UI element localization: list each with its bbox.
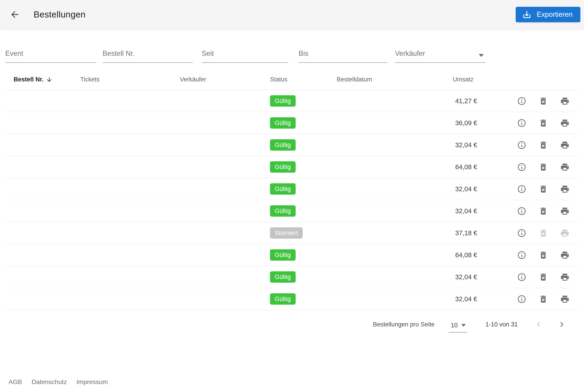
previous-page-button[interactable] <box>532 318 546 331</box>
delete-icon <box>538 250 548 260</box>
print-button[interactable] <box>560 206 570 216</box>
delete-button[interactable] <box>538 162 548 172</box>
column-header-label: Status <box>270 76 288 83</box>
delete-icon <box>538 272 548 282</box>
info-button[interactable] <box>516 140 526 150</box>
back-button[interactable] <box>7 6 23 22</box>
column-header-label: Tickets <box>80 76 100 83</box>
print-button[interactable] <box>560 294 570 304</box>
info-icon <box>517 228 526 238</box>
print-icon <box>560 250 570 260</box>
print-icon <box>560 228 570 238</box>
table-row: Gültig32,04 € <box>5 200 579 222</box>
delete-button[interactable] <box>538 140 548 150</box>
delete-icon <box>538 294 548 304</box>
info-icon <box>517 184 526 194</box>
row-actions <box>477 250 579 260</box>
footer-link-agb[interactable]: AGB <box>8 378 22 386</box>
info-icon <box>517 96 526 106</box>
umsatz-value: 37,18 € <box>436 229 477 237</box>
row-actions <box>477 96 579 106</box>
info-icon <box>517 118 526 128</box>
delete-button[interactable] <box>538 294 548 304</box>
column-header-bestelldatum[interactable]: Bestelldatum <box>337 76 436 83</box>
info-icon <box>517 294 526 304</box>
page-size-value: 10 <box>451 322 458 329</box>
column-header-status[interactable]: Status <box>270 76 337 83</box>
export-button[interactable]: Exportieren <box>516 7 580 22</box>
footer-link-datenschutz[interactable]: Datenschutz <box>32 378 67 386</box>
info-button[interactable] <box>516 272 526 282</box>
info-button[interactable] <box>516 206 526 216</box>
print-button[interactable] <box>560 140 570 150</box>
table-header-row: Bestell Nr.TicketsVerkäuferStatusBestell… <box>5 63 579 90</box>
column-header-verk-ufer[interactable]: Verkäufer <box>179 76 270 83</box>
filter-bestell-nr-input[interactable]: Bestell Nr. <box>102 50 192 63</box>
column-header-umsatz[interactable]: Umsatz <box>436 76 477 83</box>
print-button[interactable] <box>560 250 570 260</box>
print-button[interactable] <box>560 96 570 106</box>
print-button[interactable] <box>560 272 570 282</box>
column-header-label: Verkäufer <box>180 76 206 83</box>
page-title: Bestellungen <box>34 10 86 20</box>
row-actions <box>477 294 579 304</box>
orders-table: Bestell Nr.TicketsVerkäuferStatusBestell… <box>5 63 579 310</box>
table-row: Gültig36,09 € <box>5 112 579 134</box>
delete-icon <box>538 118 548 128</box>
print-button[interactable] <box>560 184 570 194</box>
info-button[interactable] <box>516 228 526 238</box>
info-button[interactable] <box>516 162 526 172</box>
delete-button[interactable] <box>538 184 548 194</box>
delete-button[interactable] <box>538 118 548 128</box>
next-page-button[interactable] <box>555 318 568 331</box>
info-button[interactable] <box>516 294 526 304</box>
row-actions <box>477 206 579 216</box>
info-button[interactable] <box>516 96 526 106</box>
status-badge: Gültig <box>270 117 296 128</box>
print-icon <box>560 272 570 282</box>
table-row: Gültig32,04 € <box>5 288 579 310</box>
delete-button[interactable] <box>538 250 548 260</box>
info-button[interactable] <box>516 118 526 128</box>
info-button[interactable] <box>516 184 526 194</box>
delete-icon <box>538 162 548 172</box>
footer-link-impressum[interactable]: Impressum <box>76 378 108 386</box>
delete-button[interactable] <box>538 96 548 106</box>
filter-verk-ufer-select[interactable]: Verkäufer <box>395 50 486 63</box>
row-actions <box>477 184 579 194</box>
rows-per-page-label: Bestellungen pro Seite <box>373 321 435 328</box>
print-icon <box>560 118 570 128</box>
umsatz-value: 36,09 € <box>436 119 477 127</box>
filter-event-input[interactable]: Event <box>5 50 96 63</box>
column-header-bestell-nr[interactable]: Bestell Nr. <box>11 76 79 83</box>
delete-icon <box>538 96 548 106</box>
delete-button[interactable] <box>538 272 548 282</box>
print-icon <box>560 140 570 150</box>
print-icon <box>560 184 570 194</box>
print-button[interactable] <box>560 162 570 172</box>
umsatz-value: 32,04 € <box>436 295 477 303</box>
filter-bis-input[interactable]: Bis <box>298 50 388 63</box>
page-size-select[interactable]: 10 <box>448 322 467 332</box>
app-bar: Bestellungen Exportieren <box>0 0 584 29</box>
column-header-tickets[interactable]: Tickets <box>79 76 179 83</box>
print-button[interactable] <box>560 118 570 128</box>
filter-seit-input[interactable]: Seit <box>202 50 288 63</box>
info-button[interactable] <box>516 250 526 260</box>
chevron-left-icon <box>534 320 544 330</box>
dropdown-arrow-icon <box>461 324 466 327</box>
umsatz-value: 32,04 € <box>436 141 477 149</box>
status-cell: Gültig <box>270 95 337 106</box>
filter-bar: EventBestell Nr.SeitBisVerkäufer <box>5 50 579 63</box>
status-cell: Gültig <box>270 271 337 283</box>
print-icon <box>560 162 570 172</box>
print-button <box>560 228 570 238</box>
table-row: Gültig32,04 € <box>5 266 579 288</box>
delete-icon <box>538 206 548 216</box>
status-badge: Gültig <box>270 183 296 195</box>
status-badge: Gültig <box>270 293 296 305</box>
filter-bis-placeholder: Bis <box>298 50 308 58</box>
status-badge: Storniert <box>270 227 303 239</box>
status-cell: Gültig <box>270 293 337 305</box>
delete-button[interactable] <box>538 206 548 216</box>
